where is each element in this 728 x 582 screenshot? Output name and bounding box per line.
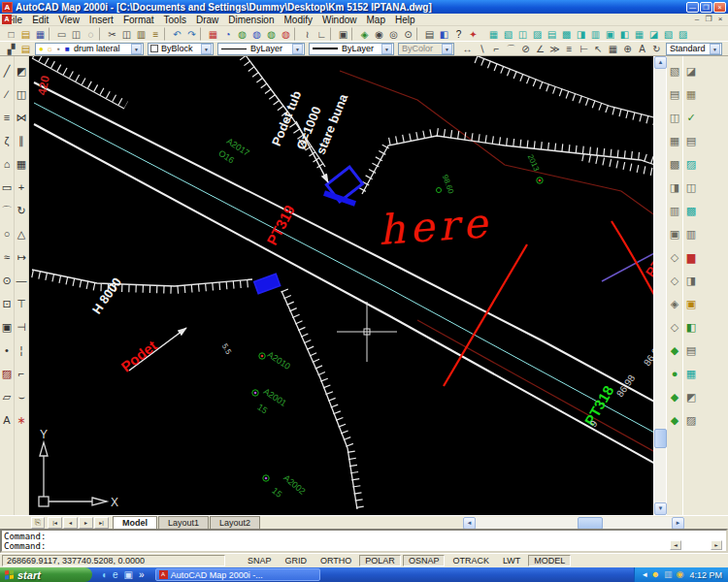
dim-angular-icon[interactable]: ∠: [533, 42, 547, 55]
ellipse-icon[interactable]: ⊙: [0, 269, 14, 292]
map-panel-1-icon[interactable]: ◪: [683, 59, 699, 82]
map-panel-10-icon[interactable]: ◨: [683, 269, 699, 292]
array-icon[interactable]: ▦: [15, 152, 28, 176]
label-pt319[interactable]: PT319: [264, 203, 297, 247]
separator[interactable]: [49, 27, 53, 41]
view-left-icon[interactable]: ◫: [667, 106, 682, 129]
dim-ordinate-icon[interactable]: ⌐: [489, 42, 504, 55]
view-swiso-icon[interactable]: ▥: [667, 199, 682, 222]
ie-icon[interactable]: e: [113, 568, 118, 582]
spline-icon[interactable]: ≈: [0, 245, 14, 269]
label-15-a[interactable]: 15: [255, 403, 268, 415]
region-icon[interactable]: ▱: [0, 385, 14, 408]
map-panel-7-icon[interactable]: ▩: [683, 199, 699, 222]
update-icon[interactable]: ◉: [677, 567, 684, 582]
label-pt318-green[interactable]: PT318: [581, 383, 615, 428]
menu-format[interactable]: Format: [118, 15, 159, 25]
menu-help[interactable]: Help: [390, 15, 420, 25]
command-scroll-right-icon[interactable]: ►: [711, 540, 722, 550]
separator[interactable]: [416, 27, 421, 41]
line-icon[interactable]: ╱: [0, 59, 14, 82]
map-globe-2-icon[interactable]: ◍: [249, 27, 264, 41]
stretch-icon[interactable]: ↦: [15, 245, 28, 269]
map-tool-8-icon[interactable]: ▥: [588, 27, 603, 41]
mtext-icon[interactable]: A: [0, 408, 14, 432]
shade-hidden-icon[interactable]: ◇: [667, 269, 682, 292]
pline-edit-icon[interactable]: ≀: [300, 27, 314, 41]
label-15-b[interactable]: 15: [270, 486, 282, 499]
polygon-icon[interactable]: ⌂: [0, 152, 14, 176]
map-query-icon[interactable]: ◔: [220, 27, 235, 41]
lengthen-icon[interactable]: —: [15, 269, 28, 292]
solid-box-icon[interactable]: ◆: [667, 339, 682, 362]
label-h8000[interactable]: H 8000: [90, 275, 124, 316]
label-8698[interactable]: 86.98: [615, 373, 638, 399]
fillet-icon[interactable]: ⌣: [15, 385, 28, 408]
tab-last-icon[interactable]: ▸|: [94, 517, 109, 529]
map-tool-6-icon[interactable]: ▩: [559, 27, 574, 41]
explode-icon[interactable]: ∗: [15, 408, 28, 432]
label-stare-buna[interactable]: stare buna: [314, 92, 350, 156]
snap-toggle[interactable]: SNAP: [242, 555, 278, 566]
mirror-icon[interactable]: ⋈: [15, 106, 28, 129]
break-icon[interactable]: ¦: [15, 339, 28, 362]
match-properties-icon[interactable]: ≡: [149, 27, 163, 41]
menu-edit[interactable]: Edit: [27, 15, 53, 25]
zoom-realtime-icon[interactable]: ◉: [372, 27, 386, 41]
tab-model[interactable]: Model: [113, 516, 157, 529]
layer-dropdown[interactable]: ●☼▪■ drum lateral: [35, 43, 144, 55]
label-pt318-red[interactable]: PT318: [643, 239, 653, 279]
separator[interactable]: [330, 27, 335, 41]
angle-edit-icon[interactable]: ∟: [314, 27, 329, 41]
lineweight-dropdown[interactable]: ByLayer: [309, 43, 394, 55]
leader-icon[interactable]: ↖: [591, 42, 606, 55]
map-tool-9-icon[interactable]: ▣: [603, 27, 617, 41]
map-panel-8-icon[interactable]: ▥: [683, 222, 699, 245]
solid-cylinder-icon[interactable]: ◆: [667, 385, 682, 408]
properties-icon[interactable]: ▤: [422, 27, 437, 41]
view-back-icon[interactable]: ◨: [667, 176, 682, 199]
erase-icon[interactable]: ◩: [15, 59, 28, 82]
ortho-toggle[interactable]: ORTHO: [314, 555, 357, 566]
map-tool-14-icon[interactable]: ▨: [676, 27, 690, 41]
view-top-icon[interactable]: ▧: [667, 59, 682, 82]
separator[interactable]: [200, 27, 205, 41]
menu-view[interactable]: View: [53, 15, 84, 25]
menu-dimension[interactable]: Dimension: [223, 15, 279, 25]
rotate-icon[interactable]: ↻: [15, 199, 28, 222]
label-podet[interactable]: Podet: [118, 338, 159, 373]
map-panel-11-icon[interactable]: ▣: [683, 292, 699, 315]
display-icon[interactable]: ▥: [664, 567, 673, 582]
circle-icon[interactable]: ○: [0, 222, 14, 245]
shade-flat-icon[interactable]: ◈: [667, 292, 682, 315]
minimize-button[interactable]: —: [686, 2, 699, 13]
drawing-icon[interactable]: A: [2, 15, 12, 24]
multiline-icon[interactable]: ≡: [0, 106, 14, 129]
save-icon[interactable]: ▦: [33, 27, 48, 41]
help-icon[interactable]: ?: [451, 27, 466, 41]
map-globe-4-icon[interactable]: ◍: [279, 27, 293, 41]
map-panel-16-icon[interactable]: ▨: [683, 408, 699, 432]
model-toggle[interactable]: MODEL: [528, 555, 571, 566]
trim-icon[interactable]: ⊤: [15, 292, 28, 315]
solid-sphere-icon[interactable]: ●: [667, 362, 682, 385]
map-tool-4-icon[interactable]: ▨: [530, 27, 545, 41]
insert-block-icon[interactable]: ⊡: [0, 292, 14, 315]
map-panel-12-icon[interactable]: ◧: [683, 315, 699, 339]
offset-icon[interactable]: ∥: [15, 129, 28, 152]
tab-next-icon[interactable]: ▸: [79, 517, 93, 529]
label-8695[interactable]: 86.95: [643, 342, 653, 368]
rectangle-icon[interactable]: ▭: [0, 176, 14, 199]
separator[interactable]: [294, 27, 299, 41]
lwt-toggle[interactable]: LWT: [497, 555, 526, 566]
map-panel-6-icon[interactable]: ◫: [683, 176, 699, 199]
map-panel-9-icon[interactable]: ▆: [683, 245, 699, 269]
map-globe-3-icon[interactable]: ◍: [264, 27, 279, 41]
ucs-y-label[interactable]: Y: [40, 429, 48, 440]
map-tool-10-icon[interactable]: ◧: [617, 27, 632, 41]
scroll-down-icon[interactable]: ▼: [654, 502, 667, 515]
child-close-button[interactable]: ×: [714, 14, 726, 24]
launch-swoosh-icon[interactable]: ◖: [101, 568, 107, 582]
view-bottom-icon[interactable]: ▤: [667, 82, 682, 106]
child-restore-button[interactable]: ❐: [703, 14, 714, 24]
